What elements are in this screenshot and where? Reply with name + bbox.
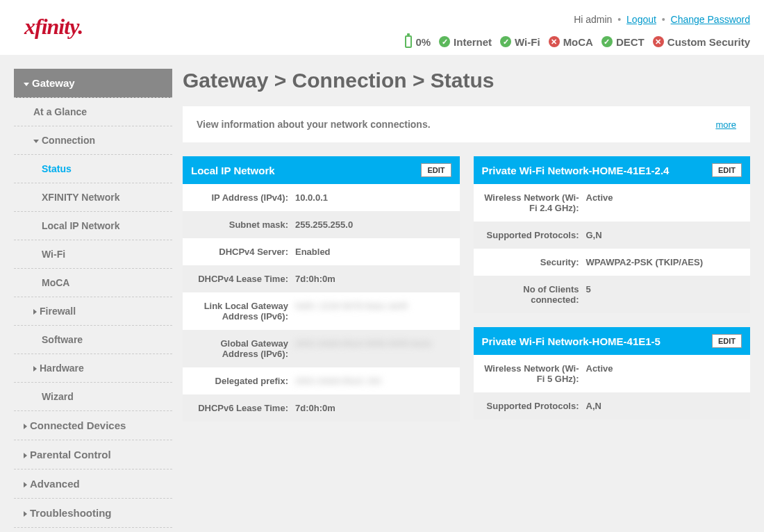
row-label: No of Clients connected: — [482, 284, 579, 305]
sidebar-item-label: Firewall — [40, 306, 76, 317]
row-value: G,N — [586, 230, 602, 240]
table-row: Supported Protocols:G,N — [474, 222, 751, 249]
sidebar-item-label: Connection — [42, 135, 95, 146]
sidebar-item-label: Wizard — [42, 391, 74, 402]
panel-title: Private Wi-Fi Network-HOME-41E1-2.4 — [482, 165, 670, 176]
row-value: 2001:0db8:85a3::/64 — [295, 376, 381, 386]
status-item-custom-security: ✕Custom Security — [653, 36, 750, 48]
table-row: Security:WPAWPA2-PSK (TKIP/AES) — [474, 249, 751, 276]
sidebar-item-label: MoCA — [42, 277, 69, 288]
sidebar-item-label: Troubleshooting — [30, 507, 112, 519]
status-label: Custom Security — [667, 36, 750, 48]
sidebar-item-wizard[interactable]: Wizard — [14, 383, 172, 411]
battery-percent: 0% — [415, 36, 431, 48]
panel-wifi-24: Private Wi-Fi Network-HOME-41E1-2.4EDITW… — [474, 156, 751, 313]
panel-header: Private Wi-Fi Network-HOME-41E1-5EDIT — [474, 327, 751, 355]
edit-button[interactable]: EDIT — [712, 163, 742, 177]
row-label: DHCPv6 Lease Time: — [191, 403, 288, 413]
table-row: Wireless Network (Wi-Fi 5 GHz):Active — [474, 355, 751, 392]
logout-link[interactable]: Logout — [626, 14, 656, 25]
table-row: DHCPv4 Lease Time:7d:0h:0m — [183, 265, 460, 292]
more-link[interactable]: more — [715, 119, 736, 130]
row-label: Wireless Network (Wi-Fi 5 GHz): — [482, 363, 579, 384]
status-item-wi-fi: ✓Wi-Fi — [500, 36, 540, 48]
sidebar-item-parental-control[interactable]: Parental Control — [14, 440, 172, 469]
sidebar-item-connected-devices[interactable]: Connected Devices — [14, 411, 172, 440]
sidebar-item-label: Gateway — [32, 77, 75, 89]
status-item-moca: ✕MoCA — [549, 36, 593, 48]
chevron-right-icon — [24, 482, 27, 488]
x-icon: ✕ — [653, 36, 664, 47]
sidebar-item-label: Connected Devices — [30, 419, 126, 431]
sidebar-item-connection[interactable]: Connection — [14, 126, 172, 155]
row-value: fe80::1234:5678:9abc:def0 — [295, 301, 408, 311]
row-value: A,N — [586, 401, 601, 411]
chevron-right-icon — [24, 453, 27, 458]
row-value: Active — [586, 192, 613, 203]
row-value: Active — [586, 363, 613, 374]
user-row: Hi admin • Logout • Change Password — [405, 14, 750, 25]
row-value: WPAWPA2-PSK (TKIP/AES) — [586, 257, 704, 267]
table-row: Subnet mask:255.255.255.0 — [183, 211, 460, 238]
panel-wifi-5: Private Wi-Fi Network-HOME-41E1-5EDITWir… — [474, 327, 751, 419]
status-row: 0% ✓Internet✓Wi-Fi✕MoCA✓DECT✕Custom Secu… — [405, 35, 750, 48]
sidebar-item-moca[interactable]: MoCA — [14, 269, 172, 297]
status-item-dect: ✓DECT — [601, 36, 645, 48]
row-value: 7d:0h:0m — [295, 403, 335, 413]
sidebar-item-software[interactable]: Software — [14, 326, 172, 354]
sidebar-item-xfinity-network[interactable]: XFINITY Network — [14, 183, 172, 212]
sidebar-item-label: At a Glance — [33, 106, 87, 117]
edit-button[interactable]: EDIT — [712, 334, 742, 348]
panels-wrap: Local IP NetworkEDITIP Address (IPv4):10… — [183, 156, 750, 422]
check-icon: ✓ — [500, 36, 511, 47]
change-password-link[interactable]: Change Password — [671, 14, 750, 25]
row-label: Supported Protocols: — [482, 230, 579, 240]
row-value: 2001:0db8:85a3:0000:0000:8a2e — [295, 338, 432, 349]
x-icon: ✕ — [549, 36, 560, 47]
table-row: IP Address (IPv4):10.0.0.1 — [183, 184, 460, 211]
panel-header: Local IP NetworkEDIT — [183, 156, 460, 184]
chevron-down-icon — [24, 83, 29, 86]
row-label: DHCPv4 Lease Time: — [191, 274, 288, 284]
sidebar-item-firewall[interactable]: Firewall — [14, 297, 172, 326]
header: xfinity Hi admin • Logout • Change Passw… — [0, 0, 764, 55]
battery-status: 0% — [405, 35, 431, 48]
header-right: Hi admin • Logout • Change Password 0% ✓… — [405, 14, 750, 48]
panel-title: Private Wi-Fi Network-HOME-41E1-5 — [482, 335, 661, 347]
row-value: 5 — [586, 284, 591, 294]
table-row: No of Clients connected:5 — [474, 276, 751, 313]
sidebar-item-troubleshooting[interactable]: Troubleshooting — [14, 499, 172, 528]
row-label: Global Gateway Address (IPv6): — [191, 338, 288, 359]
logo: xfinity — [24, 14, 83, 40]
table-row: Supported Protocols:A,N — [474, 392, 751, 419]
row-label: Delegated prefix: — [191, 376, 288, 386]
edit-button[interactable]: EDIT — [421, 163, 451, 177]
panel-local-ip: Local IP NetworkEDITIP Address (IPv4):10… — [183, 156, 460, 422]
chevron-right-icon — [33, 309, 37, 315]
chevron-down-icon — [33, 140, 39, 143]
status-label: MoCA — [563, 36, 593, 48]
greeting-text: Hi admin — [574, 14, 612, 25]
sidebar-item-advanced[interactable]: Advanced — [14, 469, 172, 499]
row-label: Link Local Gateway Address (IPv6): — [191, 301, 288, 322]
sidebar-item-local-ip-network[interactable]: Local IP Network — [14, 212, 172, 240]
table-row: Global Gateway Address (IPv6):2001:0db8:… — [183, 330, 460, 367]
row-value: 7d:0h:0m — [295, 274, 335, 284]
sidebar-item-at-a-glance[interactable]: At a Glance — [14, 98, 172, 126]
status-item-internet: ✓Internet — [439, 36, 492, 48]
sidebar-item-hardware[interactable]: Hardware — [14, 354, 172, 383]
sidebar-item-label: XFINITY Network — [42, 192, 120, 203]
row-value: 255.255.255.0 — [295, 219, 353, 230]
status-label: DECT — [616, 36, 645, 48]
page-title: Gateway > Connection > Status — [183, 69, 750, 92]
row-label: Wireless Network (Wi-Fi 2.4 GHz): — [482, 192, 579, 213]
sidebar-item-wi-fi[interactable]: Wi-Fi — [14, 240, 172, 269]
sidebar-item-gateway[interactable]: Gateway — [14, 69, 172, 98]
check-icon: ✓ — [601, 36, 613, 47]
panel-header: Private Wi-Fi Network-HOME-41E1-2.4EDIT — [474, 156, 751, 184]
sidebar-item-label: Local IP Network — [42, 220, 120, 231]
separator: • — [617, 14, 621, 25]
chevron-right-icon — [24, 424, 27, 429]
sidebar-item-status[interactable]: Status — [14, 155, 172, 183]
right-column: Private Wi-Fi Network-HOME-41E1-2.4EDITW… — [474, 156, 751, 422]
